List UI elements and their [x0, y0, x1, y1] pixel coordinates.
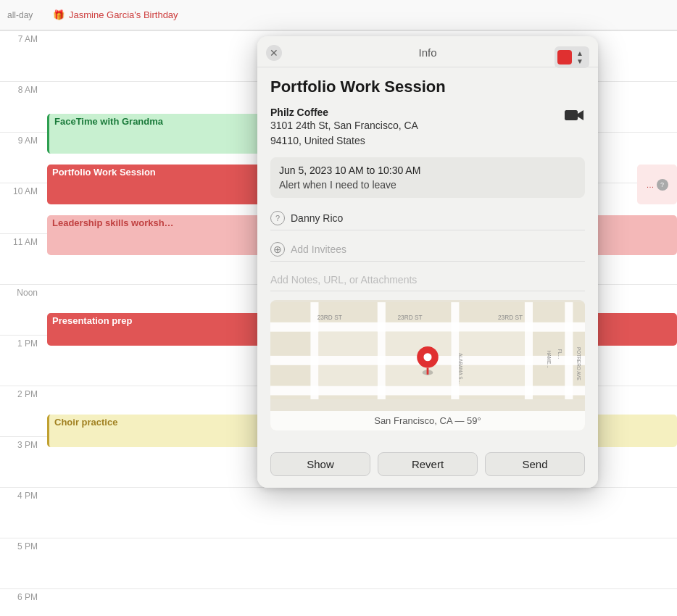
organizer-name: Danny Rico — [291, 212, 343, 224]
time-row-4pm: 4 PM — [0, 487, 677, 538]
svg-text:FL…: FL… — [557, 349, 562, 359]
location-name: Philz Coffee — [270, 107, 418, 118]
notes-row[interactable]: Add Notes, URL, or Attachments — [270, 269, 585, 291]
video-camera-icon[interactable] — [565, 108, 585, 126]
revert-button[interactable]: Revert — [378, 452, 478, 476]
time-label-4pm: 4 PM — [0, 488, 43, 501]
svg-text:HAME…: HAME… — [547, 351, 552, 369]
notes-placeholder: Add Notes, URL, or Attachments — [270, 274, 417, 286]
popup-body: Philz Coffee 3101 24th St, San Francisco… — [257, 96, 598, 444]
time-row-5pm: 5 PM — [0, 538, 677, 588]
popup-title: Portfolio Work Session — [270, 78, 585, 96]
time-label-9am: 9 AM — [0, 133, 43, 146]
organizer-icon: ? — [270, 211, 285, 225]
time-label-5pm: 5 PM — [0, 538, 43, 552]
color-swatch[interactable] — [557, 50, 572, 64]
svg-rect-15 — [459, 365, 524, 386]
info-popup: ✕ Info ▲ ▼ Portfolio Work Session Philz … — [257, 36, 598, 488]
organizer-row: ? Danny Rico — [270, 207, 585, 230]
show-button[interactable]: Show — [270, 452, 370, 476]
svg-text:23RD ST: 23RD ST — [498, 314, 523, 321]
svg-rect-14 — [386, 365, 451, 386]
time-label-1pm: 1 PM — [0, 336, 43, 349]
svg-point-25 — [423, 353, 431, 361]
popup-title-section: Portfolio Work Session — [257, 67, 598, 96]
add-invitees-icon: ⊕ — [270, 242, 285, 257]
time-row-6pm: 6 PM — [0, 588, 677, 616]
birthday-icon: 🎁 — [53, 9, 65, 20]
svg-text:POTRERO AVE: POTRERO AVE — [576, 347, 581, 380]
map-svg: 23RD ST 23RD ST 23RD ST POTRERO AVE ALAB… — [270, 300, 585, 401]
location-row: Philz Coffee 3101 24th St, San Francisco… — [270, 107, 585, 149]
portfolio-right-pill: … ? — [637, 165, 677, 204]
invitees-row[interactable]: ⊕ Add Invitees — [270, 238, 585, 262]
svg-rect-9 — [565, 302, 573, 399]
location-details: Philz Coffee 3101 24th St, San Francisco… — [270, 107, 418, 149]
svg-rect-10 — [318, 332, 377, 356]
map-footer-text: San Francisco, CA — 59° — [374, 415, 481, 426]
svg-rect-13 — [318, 365, 377, 386]
close-button[interactable]: ✕ — [266, 45, 282, 61]
all-day-row: all-day 🎁 Jasmine Garcia's Birthday — [0, 0, 677, 30]
location-address: 3101 24th St, San Francisco, CA94110, Un… — [270, 118, 418, 149]
plus-circle-icon: ⊕ — [273, 244, 282, 255]
svg-rect-8 — [525, 302, 533, 399]
svg-rect-6 — [378, 302, 386, 399]
time-label-2pm: 2 PM — [0, 386, 43, 399]
add-invitees-label: Add Invitees — [291, 244, 346, 255]
svg-rect-7 — [451, 302, 459, 399]
close-icon: ✕ — [270, 47, 278, 59]
datetime-text: Jun 5, 2023 10 AM to 10:30 AM — [279, 165, 576, 176]
alert-text: Alert when I need to leave — [279, 179, 576, 191]
datetime-section: Jun 5, 2023 10 AM to 10:30 AM Alert when… — [270, 157, 585, 198]
time-label-10am: 10 AM — [0, 183, 43, 196]
map-footer: San Francisco, CA — 59° — [270, 411, 585, 430]
popup-footer: Show Revert Send — [257, 444, 598, 488]
all-day-label: all-day — [7, 10, 47, 20]
time-label-8am: 8 AM — [0, 82, 43, 95]
chevron-button[interactable]: ▲ ▼ — [573, 48, 586, 67]
popup-header-actions: ▲ ▼ — [555, 46, 589, 68]
time-label-noon: Noon — [0, 285, 43, 298]
map-container[interactable]: 23RD ST 23RD ST 23RD ST POTRERO AVE ALAB… — [270, 300, 585, 430]
svg-rect-12 — [459, 332, 524, 356]
popup-header: ✕ Info ▲ ▼ — [257, 36, 598, 67]
send-button[interactable]: Send — [485, 452, 585, 476]
time-label-7am: 7 AM — [0, 31, 43, 44]
birthday-text: Jasmine Garcia's Birthday — [69, 9, 178, 20]
time-label-3pm: 3 PM — [0, 437, 43, 450]
svg-text:23RD ST: 23RD ST — [317, 314, 342, 321]
svg-text:23RD ST: 23RD ST — [397, 314, 422, 321]
popup-header-label: Info — [418, 46, 436, 59]
question-mark-icon: ? — [275, 214, 280, 222]
svg-text:ALABAMA S…: ALABAMA S… — [458, 353, 463, 384]
time-label-6pm: 6 PM — [0, 589, 43, 602]
svg-rect-0 — [565, 110, 578, 120]
birthday-event[interactable]: 🎁 Jasmine Garcia's Birthday — [53, 9, 178, 20]
time-label-11am: 11 AM — [0, 234, 43, 247]
